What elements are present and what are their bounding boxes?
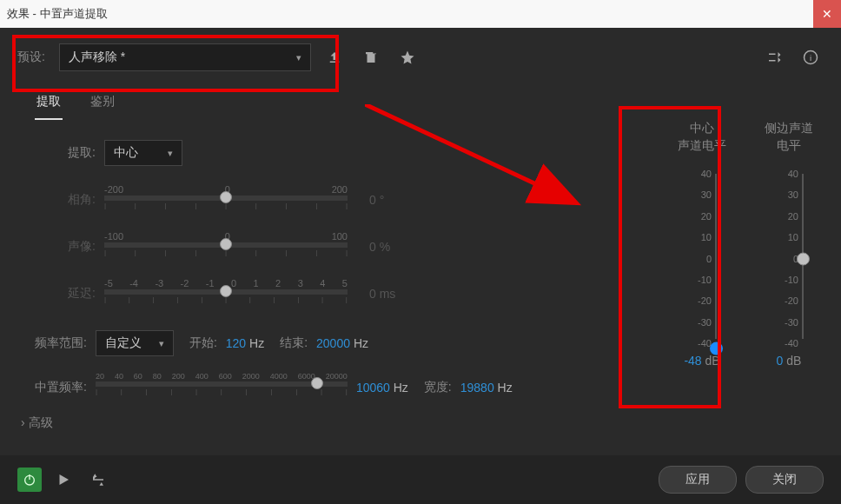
center-meter-header: 中心声道电平	[659, 120, 745, 154]
advanced-toggle[interactable]: 高级	[0, 403, 841, 443]
preset-value: 人声移除 *	[69, 50, 125, 65]
window-title: 效果 - 中置声道提取	[7, 6, 108, 22]
width-label: 宽度:	[424, 380, 452, 395]
center-freq-label: 中置频率:	[35, 380, 87, 395]
tab-identify[interactable]: 鉴别	[89, 90, 116, 120]
side-level-slider[interactable]: 40 30 20 10 0 -10 -20 -30 -40	[767, 174, 811, 343]
angle-value: 0 °	[369, 193, 430, 207]
close-button[interactable]: ✕	[813, 0, 841, 28]
routing-icon[interactable]	[761, 44, 787, 70]
freq-end-label: 结束:	[280, 335, 308, 351]
width-value[interactable]: 19880	[460, 381, 494, 395]
loop-icon[interactable]	[85, 467, 111, 493]
center-freq-slider[interactable]: 2040608020040060020004000600020000 |||||…	[96, 372, 348, 403]
delay-value: 0 ms	[369, 287, 430, 301]
center-level-slider[interactable]: 40 30 20 10 0 -10 -20 -30 -40	[680, 174, 724, 343]
center-freq-knob[interactable]	[311, 377, 323, 389]
freq-end-value[interactable]: 20000	[316, 336, 350, 350]
favorite-icon[interactable]	[394, 44, 420, 70]
power-button[interactable]	[17, 468, 42, 492]
footer: 应用 关闭	[0, 455, 841, 504]
apply-button[interactable]: 应用	[659, 466, 737, 494]
preset-select[interactable]: 人声移除 * ▾	[59, 43, 311, 71]
meters-header: 中心声道电平 侧边声道电平	[659, 120, 832, 154]
svg-text:i: i	[810, 53, 811, 63]
tabs: 提取 鉴别	[0, 82, 841, 120]
delay-slider[interactable]: -5-4-3-2-1012345 |||||||||||	[104, 278, 348, 309]
pan-label: 声像:	[35, 239, 104, 255]
pan-knob[interactable]	[220, 238, 232, 250]
side-level-value[interactable]: 0 dB	[777, 354, 802, 368]
save-preset-icon[interactable]	[321, 44, 348, 70]
info-icon[interactable]: i	[798, 44, 824, 70]
level-meters: 40 30 20 10 0 -10 -20 -30 -40 -48 dB 40 …	[659, 174, 832, 368]
tab-extract[interactable]: 提取	[35, 90, 63, 120]
chevron-down-icon: ▾	[296, 52, 301, 63]
center-level-meter: 40 30 20 10 0 -10 -20 -30 -40 -48 dB	[659, 174, 745, 368]
angle-slider[interactable]: -2000200 |||||||||	[104, 184, 348, 216]
titlebar: 效果 - 中置声道提取 ✕	[0, 0, 841, 28]
delete-preset-icon[interactable]	[358, 44, 384, 70]
side-meter-header: 侧边声道电平	[745, 120, 832, 154]
freq-range-label: 频率范围:	[35, 335, 87, 351]
play-icon[interactable]	[50, 467, 76, 493]
side-level-meter: 40 30 20 10 0 -10 -20 -30 -40 0 dB	[745, 174, 832, 368]
extract-label: 提取:	[35, 145, 104, 161]
side-level-knob[interactable]	[797, 252, 810, 265]
center-level-knob[interactable]	[710, 342, 723, 355]
freq-range-select[interactable]: 自定义▾	[96, 330, 174, 356]
freq-start-value[interactable]: 120	[226, 336, 246, 350]
preset-label: 预设:	[17, 50, 45, 65]
angle-label: 相角:	[35, 192, 104, 208]
chevron-down-icon: ▾	[159, 338, 164, 349]
delay-label: 延迟:	[35, 286, 104, 302]
pan-value: 0 %	[369, 240, 430, 254]
delay-knob[interactable]	[220, 285, 232, 297]
freq-start-label: 开始:	[189, 335, 217, 351]
extract-select[interactable]: 中心▾	[104, 140, 182, 166]
center-level-value[interactable]: -48 dB	[684, 354, 719, 368]
center-freq-value[interactable]: 10060	[356, 381, 390, 395]
preset-row: 预设: 人声移除 * ▾ i	[0, 28, 841, 82]
angle-knob[interactable]	[220, 191, 232, 203]
close-footer-button[interactable]: 关闭	[745, 466, 824, 494]
pan-slider[interactable]: -1000100 |||||||||	[104, 231, 348, 262]
chevron-down-icon: ▾	[168, 148, 173, 159]
